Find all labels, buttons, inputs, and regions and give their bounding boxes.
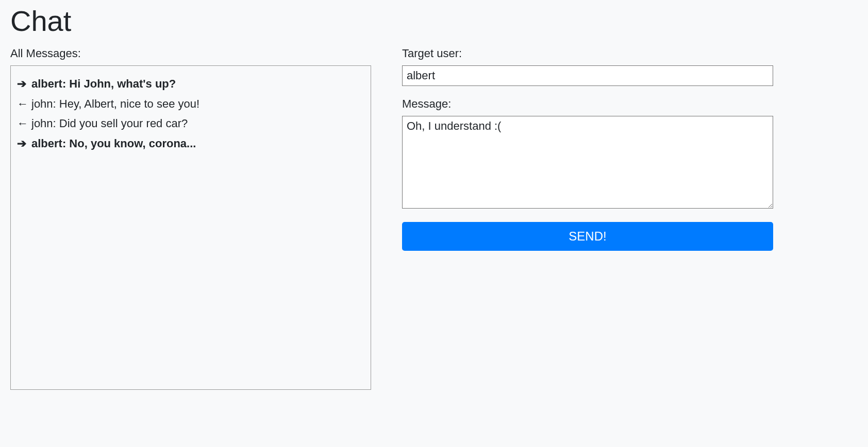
arrow-right-icon: ➔ — [17, 134, 31, 154]
message-text: john: Hey, Albert, nice to see you! — [31, 94, 199, 114]
arrow-right-icon: ➔ — [17, 74, 31, 94]
all-messages-label: All Messages: — [10, 47, 371, 60]
target-user-input[interactable] — [402, 65, 773, 86]
arrow-left-icon: ← — [17, 94, 31, 114]
message-line: ←john: Hey, Albert, nice to see you! — [17, 94, 364, 114]
target-user-label: Target user: — [402, 47, 773, 60]
main-layout: All Messages: ➔albert: Hi John, what's u… — [10, 47, 858, 390]
message-text: john: Did you sell your red car? — [31, 114, 188, 134]
target-user-group: Target user: — [402, 47, 773, 86]
send-button[interactable]: SEND! — [402, 222, 773, 251]
message-textarea[interactable] — [402, 116, 773, 209]
compose-column: Target user: Message: SEND! — [402, 47, 773, 251]
message-text: albert: Hi John, what's up? — [31, 74, 176, 94]
message-text: albert: No, you know, corona... — [31, 134, 196, 154]
message-label: Message: — [402, 97, 773, 111]
messages-box[interactable]: ➔albert: Hi John, what's up?←john: Hey, … — [10, 65, 371, 390]
arrow-left-icon: ← — [17, 114, 31, 134]
messages-column: All Messages: ➔albert: Hi John, what's u… — [10, 47, 371, 390]
message-line: ➔albert: No, you know, corona... — [17, 134, 364, 154]
message-group: Message: — [402, 97, 773, 211]
message-line: ←john: Did you sell your red car? — [17, 114, 364, 134]
message-line: ➔albert: Hi John, what's up? — [17, 74, 364, 94]
page-title: Chat — [10, 4, 858, 38]
